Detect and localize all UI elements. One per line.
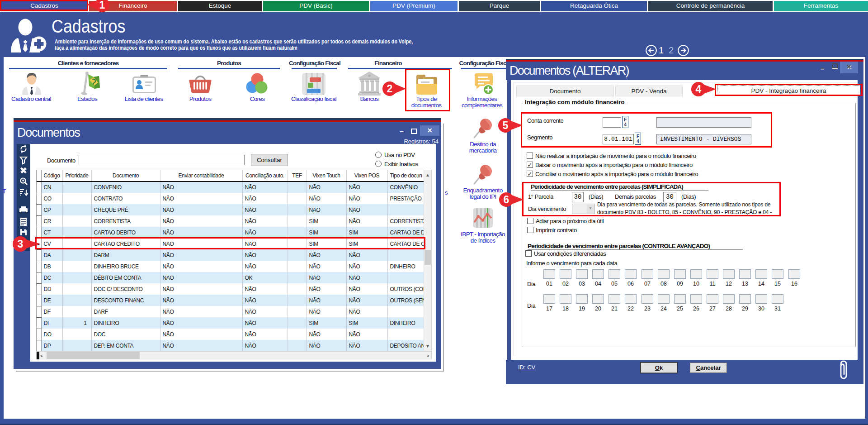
svg-text:5: 5 bbox=[503, 119, 509, 131]
svg-text:1: 1 bbox=[99, 0, 105, 11]
svg-text:3: 3 bbox=[18, 238, 24, 250]
svg-text:6: 6 bbox=[504, 194, 509, 205]
svg-text:2: 2 bbox=[387, 83, 393, 95]
svg-text:4: 4 bbox=[696, 83, 702, 95]
